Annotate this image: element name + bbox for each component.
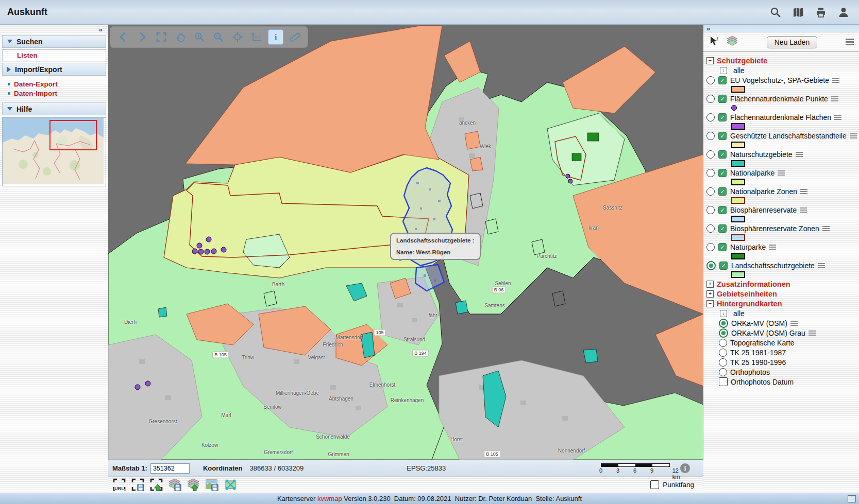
collapse-group-icon[interactable]: − [706,57,714,64]
background-layer-radio[interactable] [719,319,728,328]
active-layer-radio[interactable] [706,224,715,233]
menu-daten-export[interactable]: Daten-Export [2,79,107,89]
save-map-image-button[interactable] [205,478,219,492]
layer-menu-icon[interactable] [809,331,816,336]
background-layer-checkbox[interactable] [719,377,728,386]
show-coordinates-tool[interactable]: x,y [249,29,264,45]
layer-order-icon[interactable] [726,35,738,49]
expand-group-icon[interactable]: + [706,290,714,298]
layer-label[interactable]: Geschützte Landschaftsbestandteile [730,132,847,140]
zoom-in-tool[interactable] [192,29,207,45]
url-extent-button[interactable]: URL [112,478,126,492]
load-extent-button[interactable] [149,478,163,492]
user-icon[interactable] [837,6,850,19]
scale-input[interactable] [150,463,190,474]
select-all-label[interactable]: alle [733,66,745,75]
layer-menu-icon[interactable] [800,189,807,194]
background-layer-label[interactable]: Orthophotos [730,368,770,376]
pan-tool[interactable] [173,29,188,45]
layer-visibility-checkbox[interactable]: ✓ [718,169,727,177]
active-layer-radio[interactable] [706,150,715,159]
layer-visibility-checkbox[interactable]: ✓ [719,262,728,270]
section-import-export[interactable]: Import/Export [3,63,106,75]
active-layer-radio[interactable] [706,132,715,140]
active-layer-radio[interactable] [706,206,715,214]
layer-menu-icon[interactable] [832,78,839,83]
zoom-max-extent-button[interactable] [224,478,238,492]
expand-group-icon[interactable]: + [706,281,714,288]
layer-label[interactable]: Nationalparke Zonen [730,187,797,196]
layer-group-label[interactable]: Hintergrundkarten [717,300,782,308]
punktfang-checkbox[interactable] [650,480,659,489]
collapse-group-icon[interactable]: − [706,300,714,307]
layer-group-label[interactable]: Schutzgebiete [717,57,767,65]
layer-menu-icon[interactable] [796,152,803,157]
save-extent-button[interactable] [131,478,145,492]
layer-label[interactable]: Naturschutzgebiete [730,150,793,159]
measure-tool[interactable] [287,29,302,45]
background-layer-radio[interactable] [719,358,727,367]
load-layer-settings-button[interactable] [187,478,200,492]
active-layer-radio[interactable] [706,243,715,251]
layer-visibility-checkbox[interactable]: ✓ [718,150,727,159]
layer-group-label[interactable]: Gebietseinheiten [717,290,777,298]
layer-label[interactable]: Biosphärenreservate Zonen [730,224,819,233]
zoom-center-tool[interactable] [230,29,245,45]
active-layer-radio[interactable] [706,261,716,270]
map-canvas[interactable]: anckenWiekSassnitzkranParchtitzgstSehlen… [108,25,703,460]
layer-menu-icon[interactable] [831,96,838,101]
active-layer-radio[interactable] [706,169,715,177]
layer-visibility-checkbox[interactable]: ✓ [718,95,727,103]
panel-menu-icon[interactable] [846,39,854,45]
info-icon[interactable]: i [680,463,690,473]
background-layer-label[interactable]: Orthophotos Datum [731,378,794,386]
layer-group-label[interactable]: Zusatzinformationen [717,280,790,288]
background-layer-label[interactable]: TK 25 1990-1996 [730,358,786,367]
footer-brand[interactable]: kvwmap [317,495,342,502]
window-icon[interactable] [848,495,856,502]
map-icon[interactable] [792,6,804,19]
background-layer-radio[interactable] [719,368,727,376]
section-suchen[interactable]: Suchen [3,36,106,47]
layer-visibility-checkbox[interactable]: ✓ [718,113,727,121]
save-layer-settings-button[interactable] [168,478,182,492]
history-forward-tool[interactable] [134,29,150,45]
expand-panel-icon[interactable]: » [706,26,709,31]
layer-visibility-checkbox[interactable]: ✓ [718,243,727,251]
select-all-label[interactable]: alle [733,309,745,318]
background-layer-label[interactable]: ORKa-MV (OSM) [731,319,787,327]
reload-button[interactable]: Neu Laden [767,36,818,48]
select-all-icon[interactable]: ↓ [720,310,727,317]
background-layer-label[interactable]: ORKa-MV (OSM) Grau [731,329,805,337]
active-layer-radio[interactable] [706,113,715,121]
background-layer-radio[interactable] [719,328,728,338]
layer-visibility-checkbox[interactable]: ✓ [718,76,727,84]
layer-menu-icon[interactable] [769,245,776,250]
collapse-sidebar-icon[interactable]: « [99,27,102,32]
identify-tool-icon[interactable]: i [709,36,720,49]
overview-map[interactable] [2,117,106,186]
background-layer-radio[interactable] [719,339,727,347]
layer-menu-icon[interactable] [818,263,825,268]
layer-label[interactable]: Flächennaturdenkmale Punkte [730,95,828,103]
layer-visibility-checkbox[interactable]: ✓ [718,132,727,140]
layer-label[interactable]: Naturparke [730,243,766,251]
layer-visibility-checkbox[interactable]: ✓ [718,206,727,214]
menu-daten-import[interactable]: Daten-Import [2,89,107,98]
info-tool[interactable]: i [268,29,283,45]
search-icon[interactable] [769,6,782,19]
layer-visibility-checkbox[interactable]: ✓ [718,187,727,196]
layer-label[interactable]: Nationalparke [730,169,774,177]
background-layer-radio[interactable] [719,349,727,357]
layer-label[interactable]: Flächennaturdenkmale Flächen [730,113,831,121]
layer-menu-icon[interactable] [778,170,785,176]
background-layer-label[interactable]: TK 25 1981-1987 [730,349,786,357]
layer-menu-icon[interactable] [850,133,857,138]
zoom-out-tool[interactable] [211,29,226,45]
active-layer-radio[interactable] [706,95,715,103]
zoom-full-extent-tool[interactable] [154,29,169,45]
select-all-icon[interactable]: ↓ [720,67,727,74]
layer-visibility-checkbox[interactable]: ✓ [718,224,727,233]
layer-menu-icon[interactable] [790,321,798,326]
menu-listen[interactable]: Listen [3,50,106,61]
